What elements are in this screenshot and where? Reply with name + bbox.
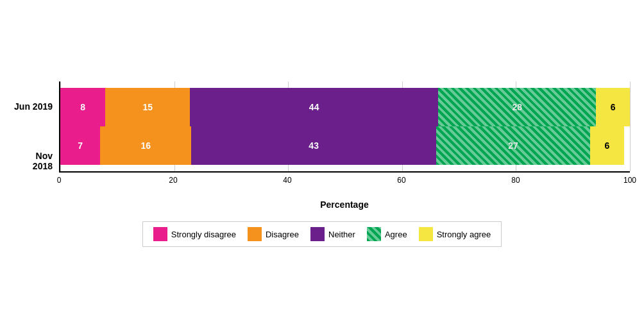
segment-nov2018-strongly-disagree: 7 (60, 126, 100, 165)
x-tick-100: 100 (623, 176, 636, 185)
x-tick-0: 0 (57, 176, 62, 185)
bar-row-1: 7 16 43 27 6 (60, 126, 630, 165)
x-axis: 0 20 40 60 80 100 (59, 173, 630, 185)
segment-jun2019-neither: 44 (190, 88, 438, 126)
legend-item-neither: Neither (310, 227, 355, 241)
x-tick-20: 20 (169, 176, 177, 185)
legend-label-strongly-disagree: Strongly disagree (171, 230, 236, 239)
legend-item-agree: Agree (367, 227, 407, 241)
legend-swatch-strongly-agree (419, 227, 433, 241)
segment-jun2019-strongly-agree: 6 (596, 88, 630, 126)
legend-swatch-strongly-disagree (153, 227, 167, 241)
segment-nov2018-agree: 27 (436, 126, 590, 165)
chart-container: Jun 2019 Nov 2018 8 15 44 (14, 81, 630, 247)
legend-label-neither: Neither (328, 230, 355, 239)
segment-jun2019-strongly-disagree: 8 (60, 88, 105, 126)
y-label-1: Nov 2018 (14, 151, 53, 171)
chart-area: Jun 2019 Nov 2018 8 15 44 (14, 81, 630, 210)
legend-item-disagree: Disagree (248, 227, 299, 241)
y-axis: Jun 2019 Nov 2018 (14, 81, 59, 210)
legend-label-strongly-agree: Strongly agree (437, 230, 491, 239)
segment-jun2019-disagree: 15 (105, 88, 190, 126)
grid-line-100 (630, 81, 631, 171)
legend-swatch-neither (310, 227, 325, 241)
segment-nov2018-disagree: 16 (100, 126, 191, 165)
legend-label-disagree: Disagree (266, 230, 299, 239)
legend-item-strongly-disagree: Strongly disagree (153, 227, 236, 241)
segment-nov2018-strongly-agree: 6 (590, 126, 624, 165)
legend: Strongly disagree Disagree Neither Agree… (142, 221, 502, 247)
legend-swatch-agree (367, 227, 381, 241)
legend-label-agree: Agree (385, 230, 407, 239)
bar-row-0: 8 15 44 28 6 (60, 88, 630, 126)
bars-section: 8 15 44 28 6 7 16 43 27 6 (59, 81, 630, 173)
segment-nov2018-neither: 43 (191, 126, 436, 165)
x-axis-title: Percentage (59, 199, 630, 210)
bars-and-x: 8 15 44 28 6 7 16 43 27 6 0 20 (59, 81, 630, 210)
y-label-0: Jun 2019 (14, 101, 53, 112)
x-tick-80: 80 (511, 176, 520, 185)
x-tick-40: 40 (283, 176, 291, 185)
segment-jun2019-agree: 28 (438, 88, 596, 126)
legend-item-strongly-agree: Strongly agree (419, 227, 491, 241)
x-tick-60: 60 (397, 176, 405, 185)
legend-swatch-disagree (248, 227, 262, 241)
